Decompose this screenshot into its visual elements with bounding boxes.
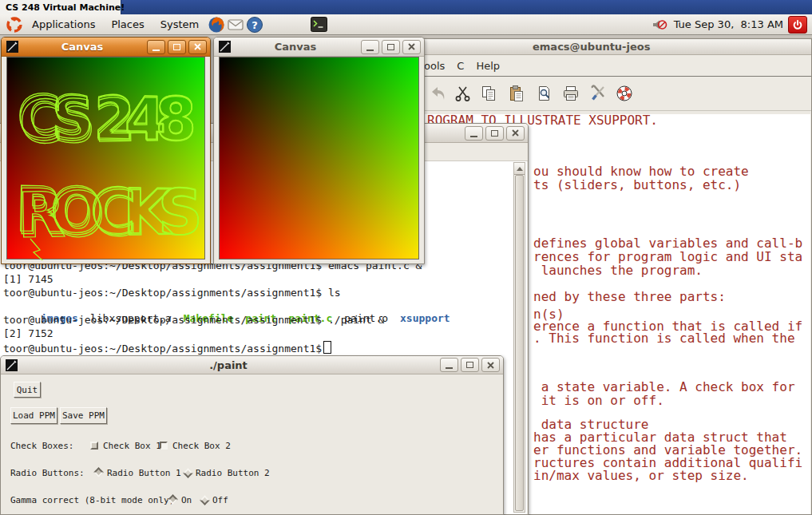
close-icon xyxy=(408,43,415,50)
copy-icon[interactable] xyxy=(478,83,499,104)
cut-icon[interactable] xyxy=(453,83,473,104)
close-button[interactable] xyxy=(188,40,207,54)
applications-menu[interactable]: Applications xyxy=(24,18,103,30)
radio-button-2-label[interactable]: Radio Button 2 xyxy=(196,468,270,478)
terminal-prompt: toor@ubuntu-jeos:~/Desktop/assignments/a… xyxy=(3,343,322,355)
maximize-icon xyxy=(387,44,394,50)
terminal-line: [2] 7152 xyxy=(3,327,53,339)
terminal-scrollbar[interactable] xyxy=(513,162,525,513)
minimize-button[interactable] xyxy=(147,40,165,54)
minimize-icon xyxy=(470,129,477,137)
radio-button-1[interactable] xyxy=(93,467,104,477)
emacs-toolbar xyxy=(419,77,811,111)
print-icon[interactable] xyxy=(560,83,581,104)
panel-clock[interactable]: Tue Sep 30, 8:13 AM xyxy=(674,18,783,30)
checkbox-2[interactable] xyxy=(160,442,168,450)
top-panel: Applications Places System ? Tue Sep 30,… xyxy=(0,14,812,35)
preferences-icon[interactable] xyxy=(588,83,608,104)
radio-buttons-label: Radio Buttons: xyxy=(10,468,85,478)
drawing-text-line1: CS 248 xyxy=(16,81,196,153)
minimize-icon xyxy=(152,43,160,51)
gamma-on-label[interactable]: On xyxy=(181,495,192,505)
ubuntu-menu-icon[interactable] xyxy=(5,15,24,34)
paste-icon[interactable] xyxy=(506,83,527,104)
help-launcher-icon[interactable]: ? xyxy=(245,15,264,34)
minimize-button[interactable] xyxy=(361,40,379,54)
menu-c[interactable]: C xyxy=(457,60,464,72)
desktop: emacs@ubuntu-jeos ools C Help xyxy=(0,0,812,515)
vm-console-bar: CS 248 Virtual Machine! xyxy=(0,0,812,14)
search-icon[interactable] xyxy=(534,83,555,104)
emacs-titlebar[interactable]: emacs@ubuntu-jeos xyxy=(419,39,811,55)
minimize-icon xyxy=(446,361,453,369)
paint-window: ./paint Quit Load PPM Save PPM Check Box… xyxy=(0,355,504,515)
terminal-cursor xyxy=(323,341,331,354)
canvas-window-title: Canvas xyxy=(232,41,358,53)
maximize-button[interactable] xyxy=(461,358,479,372)
vm-console-tab[interactable]: CS 248 Virtual Machine! xyxy=(0,0,121,14)
emacs-menubar: ools C Help xyxy=(419,55,811,77)
undo-icon[interactable] xyxy=(427,83,448,104)
arrow-up-icon xyxy=(517,167,523,171)
volume-muted-icon[interactable] xyxy=(650,15,669,34)
close-button[interactable] xyxy=(506,126,525,141)
terminal-line: [1] 7145 xyxy=(3,273,53,285)
gamma-label: Gamma correct (8-bit mode only) xyxy=(10,495,174,505)
paint-app-icon xyxy=(6,359,18,371)
terminal-prompt-line: toor@ubuntu-jeos:~/Desktop/assignments/a… xyxy=(3,341,331,355)
close-button[interactable] xyxy=(481,358,500,372)
terminal-line: toor@ubuntu-jeos:~/Desktop/assignments/a… xyxy=(3,314,384,326)
terminal-launcher-icon[interactable] xyxy=(309,15,328,34)
emacs-text-line: launches the program. xyxy=(533,263,703,278)
canvas-window-title: Canvas xyxy=(20,41,145,53)
save-ppm-button[interactable]: Save PPM xyxy=(60,407,107,424)
paint-titlebar[interactable]: ./paint xyxy=(1,356,503,374)
maximize-icon xyxy=(466,362,473,368)
radio-button-1-label[interactable]: Radio Button 1 xyxy=(107,468,181,478)
checkbox-1[interactable] xyxy=(90,442,98,450)
vm-title: CS 248 Virtual Machine! xyxy=(6,2,125,13)
gamma-off-label[interactable]: Off xyxy=(212,495,228,505)
emacs-text-line: ned by these three parts: xyxy=(533,289,726,304)
checkbox-2-label[interactable]: Check Box 2 xyxy=(172,441,231,451)
canvas-titlebar[interactable]: Canvas xyxy=(2,38,210,57)
menu-help[interactable]: Help xyxy=(476,60,500,72)
places-menu[interactable]: Places xyxy=(103,18,152,30)
drawing-text-line2: ROCKS xyxy=(14,173,204,248)
paint-app-icon xyxy=(6,41,18,53)
firefox-icon[interactable] xyxy=(207,15,226,34)
emacs-window-title: emacs@ubuntu-jeos xyxy=(422,41,808,53)
close-icon xyxy=(512,129,519,137)
emacs-text-line: in/max values, or step size. xyxy=(533,468,749,483)
minimize-button[interactable] xyxy=(465,126,483,141)
quit-button[interactable]: Quit xyxy=(14,382,41,398)
maximize-icon xyxy=(173,44,180,50)
minimize-button[interactable] xyxy=(440,358,458,372)
radio-button-2[interactable] xyxy=(183,468,193,478)
maximize-button[interactable] xyxy=(382,40,400,54)
maximize-button[interactable] xyxy=(168,40,186,54)
system-menu[interactable]: System xyxy=(152,18,207,30)
scrollbar-thumb[interactable] xyxy=(515,175,524,511)
canvas-titlebar[interactable]: Canvas xyxy=(214,38,424,57)
emacs-text-line: ts (sliders, buttons, etc.) xyxy=(533,177,741,192)
load-ppm-button[interactable]: Load PPM xyxy=(10,407,57,424)
terminal-line: toor@ubuntu-jeos:~/Desktop/assignments/a… xyxy=(3,287,341,299)
maximize-button[interactable] xyxy=(485,126,504,141)
close-button[interactable] xyxy=(402,40,421,54)
maximize-icon xyxy=(491,130,498,137)
shutdown-button[interactable] xyxy=(788,16,807,34)
minimize-icon xyxy=(366,43,374,51)
canvas-window-active: Canvas CS 248 CS 248 CS 248 ROCKS ROCKS … xyxy=(1,37,211,264)
menu-tools[interactable]: ools xyxy=(424,60,445,72)
paint-canvas[interactable] xyxy=(219,57,419,259)
checkboxes-label: Check Boxes: xyxy=(10,441,73,451)
checkbox-1-label[interactable]: Check Box 1 xyxy=(103,441,161,451)
scroll-up-button[interactable] xyxy=(514,163,525,175)
svg-text:?: ? xyxy=(252,18,258,30)
canvas-drawing[interactable]: CS 248 CS 248 CS 248 ROCKS ROCKS ROCKS xyxy=(6,57,206,260)
gamma-off-radio[interactable] xyxy=(200,495,210,505)
canvas-window-inactive: Canvas xyxy=(213,37,425,264)
mail-icon[interactable] xyxy=(226,15,245,34)
help-icon[interactable] xyxy=(614,83,635,104)
